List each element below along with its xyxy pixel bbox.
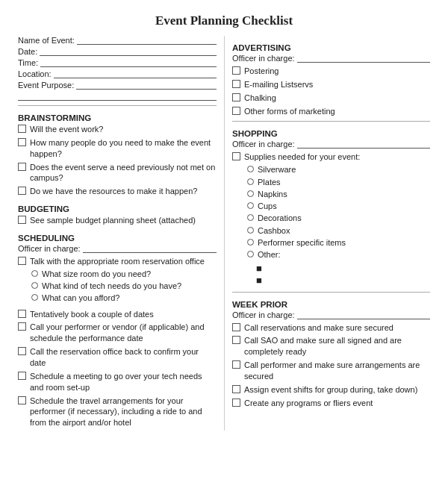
list-item: Schedule a meeting to go over your tech … — [18, 371, 217, 393]
list-item: Cashbox — [247, 225, 346, 236]
scheduling-officer-row: Officer in charge: — [18, 244, 217, 253]
item-text: Tentatively book a couple of dates — [30, 309, 154, 320]
item-text: Call performer and make sure arrangement… — [244, 360, 430, 382]
item-text: Other forms of marketing — [244, 106, 335, 117]
week-prior-section: WEEK PRIOR Officer in charge: Call reser… — [232, 300, 430, 409]
budgeting-title: BUDGETING — [18, 204, 217, 213]
list-item: What can you afford? — [31, 293, 181, 303]
item-text: Postering — [244, 66, 279, 77]
shopping-officer-row: Officer in charge: — [232, 140, 430, 149]
circle-icon — [247, 178, 254, 185]
brainstorming-list: Will the event work? How many people do … — [18, 124, 217, 197]
list-item: Call the reservation office back to conf… — [18, 346, 217, 369]
item-text: Silverware — [258, 164, 296, 175]
officer-line — [297, 310, 430, 319]
location-field — [54, 69, 217, 78]
item-text: Call SAO and make sure all signed and ar… — [244, 335, 430, 357]
checkbox-icon — [18, 396, 26, 404]
purpose-field-2 — [18, 92, 217, 101]
page-title: Event Planning Checklist — [18, 13, 430, 28]
week-prior-list: Call reservations and make sure secured … — [232, 322, 430, 409]
checkbox-icon — [18, 216, 26, 224]
scheduling-list: Talk with the appropriate room reservati… — [18, 256, 217, 428]
item-text: Schedule the travel arrangements for you… — [30, 396, 217, 429]
officer-line — [297, 140, 430, 149]
advertising-section: ADVERTISING Officer in charge: Postering… — [232, 43, 430, 116]
time-field — [40, 58, 217, 67]
item-text: What size room do you need? — [42, 269, 151, 279]
list-item: Napkins — [247, 189, 346, 199]
item-text: Supplies needed for your event: — [244, 151, 360, 163]
checkbox-icon — [18, 310, 26, 318]
checkbox-icon — [232, 323, 240, 331]
location-label: Location: — [18, 69, 52, 78]
list-item: Cups — [247, 201, 346, 211]
purpose-label: Event Purpose: — [18, 81, 74, 90]
checkbox-icon — [18, 322, 26, 331]
bullet-icon: ■ — [256, 275, 262, 285]
list-item: Call your performer or vendor (if applic… — [18, 322, 217, 344]
item-text: Call reservations and make sure secured — [244, 322, 393, 334]
item-text: Decorations — [258, 213, 302, 223]
shopping-sub-list: Silverware Plates Napkins Cups — [247, 164, 346, 261]
list-item: Other: — [247, 249, 346, 260]
scheduling-title: SCHEDULING — [18, 234, 217, 243]
name-field — [77, 36, 217, 45]
checkbox-icon — [18, 138, 26, 146]
officer-label: Officer in charge: — [18, 244, 81, 253]
checkbox-icon — [18, 257, 26, 265]
shopping-title: SHOPPING — [232, 129, 430, 138]
scheduling-section: SCHEDULING Officer in charge: Talk with … — [18, 234, 217, 428]
shopping-list: Supplies needed for your event: Silverwa… — [232, 151, 430, 287]
extra-line-2: ■ — [256, 275, 266, 285]
checkbox-icon — [18, 347, 26, 355]
officer-line — [297, 54, 430, 63]
checkbox-icon — [18, 163, 26, 171]
checkbox-icon — [232, 107, 240, 115]
item-text: E-mailing Listservs — [244, 79, 313, 90]
list-item: Supplies needed for your event: Silverwa… — [232, 151, 430, 287]
item-text: Performer specific items — [258, 237, 346, 248]
item-text: Assign event shifts for group during, ta… — [244, 384, 417, 396]
checkbox-icon — [18, 125, 26, 133]
list-item: Schedule the travel arrangements for you… — [18, 396, 217, 429]
list-item: Chalking — [232, 93, 430, 104]
list-item: Other forms of marketing — [232, 106, 430, 117]
circle-icon — [247, 166, 254, 172]
checkbox-icon — [232, 80, 240, 88]
date-field — [40, 47, 217, 56]
item-text: Do we have the resources to make it happ… — [30, 186, 197, 197]
week-prior-officer-row: Officer in charge: — [232, 310, 430, 319]
checkbox-icon — [232, 399, 240, 407]
extra-line-1: ■ — [256, 263, 266, 273]
item-text: Cups — [258, 201, 277, 211]
event-fields: Name of Event: Date: Time: Location: Eve… — [18, 36, 217, 101]
checkbox-icon — [232, 152, 240, 160]
list-item: E-mailing Listservs — [232, 79, 430, 90]
circle-icon — [31, 294, 38, 301]
list-item: Call reservations and make sure secured — [232, 322, 430, 334]
item-text: What kind of tech needs do you have? — [42, 281, 181, 291]
item-text: Create any programs or fliers event — [244, 398, 373, 409]
list-item: Do we have the resources to make it happ… — [18, 186, 217, 197]
item-text: What can you afford? — [42, 293, 119, 303]
list-item: Does the event serve a need previously n… — [18, 162, 217, 184]
item-text: Plates — [258, 177, 281, 187]
list-item: Create any programs or fliers event — [232, 398, 430, 409]
checkbox-icon — [18, 372, 26, 380]
list-item: Call performer and make sure arrangement… — [232, 360, 430, 382]
date-label: Date: — [18, 47, 37, 56]
list-item: What size room do you need? — [31, 269, 181, 279]
item-text: Napkins — [258, 189, 287, 199]
name-label: Name of Event: — [18, 36, 75, 45]
list-item: Call SAO and make sure all signed and ar… — [232, 335, 430, 357]
checkbox-icon — [232, 93, 240, 101]
list-item: What kind of tech needs do you have? — [31, 281, 181, 291]
shopping-section: SHOPPING Officer in charge: Supplies nee… — [232, 129, 430, 287]
circle-icon — [247, 227, 254, 234]
circle-icon — [247, 214, 254, 221]
list-item: Talk with the appropriate room reservati… — [18, 256, 217, 307]
advertising-title: ADVERTISING — [232, 43, 430, 52]
right-column: ADVERTISING Officer in charge: Postering… — [224, 36, 430, 431]
list-item: Tentatively book a couple of dates — [18, 309, 217, 320]
